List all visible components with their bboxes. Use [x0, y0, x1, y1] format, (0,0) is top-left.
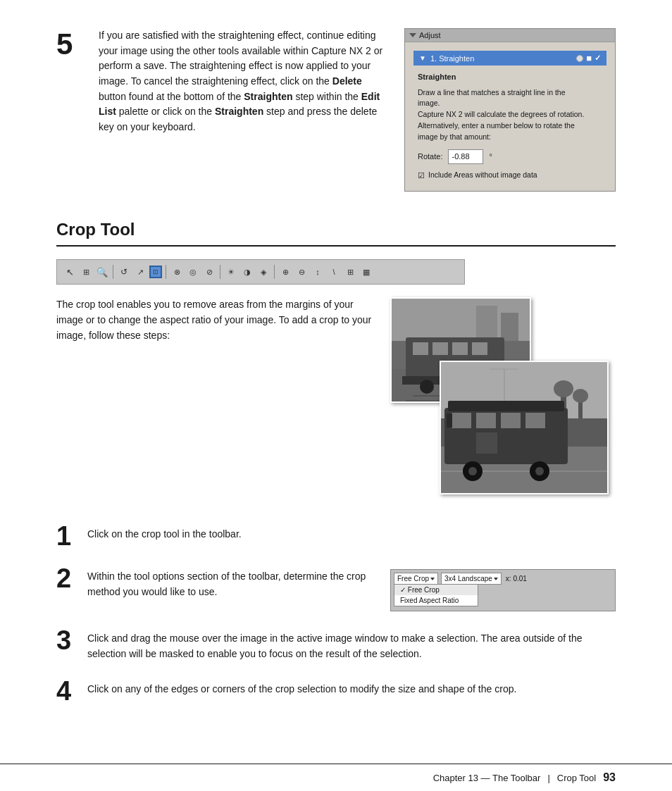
desc-3: Capture NX 2 will calculate the degrees … [418, 110, 584, 118]
include-checkbox-row: ☑ Include Areas without image data [418, 170, 602, 182]
trolley-front-image [440, 361, 609, 494]
toolbar-sep-1 [113, 265, 113, 279]
adjust-panel-header-label: Adjust [419, 31, 441, 39]
step-2-row: 2 Within the tool options section of the… [56, 565, 616, 611]
toolbar-erase-icon: ⊖ [294, 265, 309, 279]
svg-point-29 [468, 467, 477, 475]
footer-chapter-text: Chapter 13 — The Toolbar [433, 773, 541, 783]
page-footer: Chapter 13 — The Toolbar | Crop Tool 93 [0, 764, 672, 791]
straighten-label: 1. Straighten [430, 54, 474, 63]
step-2-number: 2 [56, 565, 73, 592]
svg-rect-7 [452, 342, 468, 355]
straighten-desc: Draw a line that matches a straight line… [418, 87, 602, 143]
toolbar-zoom-icon: 🔍 [95, 265, 109, 279]
trolley-images [390, 297, 616, 502]
triangle-icon [409, 33, 416, 37]
rotate-unit: ° [489, 151, 492, 163]
toolbar-crop-icon[interactable]: ⊡ [149, 266, 162, 278]
step-5-text-3: step within the [293, 91, 361, 102]
rotate-value: -0.88 [452, 152, 469, 161]
step-4-row: 4 Click on any of the edges or corners o… [56, 678, 616, 704]
footer-section-text: Crop Tool [557, 773, 596, 783]
toolbar-brush-icon: ⊕ [278, 265, 292, 279]
toolbar-redeye-icon: ⊗ [170, 265, 184, 279]
trolley-front-svg [441, 362, 609, 494]
tool-options-inner: Free Crop 3x4 Landscape x: 0.01 [391, 570, 615, 590]
svg-rect-27 [476, 432, 497, 454]
step-2-with-image: Within the tool options section of the t… [87, 565, 616, 611]
footer-separator: | [547, 773, 549, 783]
step-2-text: Within the tool options section of the t… [87, 571, 366, 597]
section-title: Crop Tool [56, 220, 616, 239]
svg-rect-1 [476, 306, 497, 341]
svg-rect-34 [447, 413, 452, 428]
step-5-bold-2: Straighten [244, 91, 292, 102]
svg-point-16 [554, 380, 573, 397]
svg-point-10 [420, 380, 434, 394]
rotate-label: Rotate: [418, 151, 442, 163]
step-3-number: 3 [56, 627, 73, 654]
svg-rect-8 [472, 342, 487, 355]
svg-rect-6 [433, 342, 448, 355]
svg-rect-24 [476, 413, 496, 428]
straighten-content: Straighten Draw a line that matches a st… [409, 66, 611, 187]
toolbar-sep-2 [166, 265, 166, 279]
section-divider [56, 245, 616, 247]
menu-fixed-aspect-label: Fixed Aspect Ratio [400, 597, 459, 604]
toolbar-sep-3 [220, 265, 220, 279]
content-area: 5 If you are satisfied with the straight… [0, 0, 672, 762]
step-5-text: If you are satisfied with the straighten… [99, 28, 383, 192]
straighten-bar: ▼ 1. Straighten ■ ✓ [413, 51, 606, 66]
toolbar-fill-icon: ↕ [311, 265, 325, 279]
toolbar-dodge-icon: ◑ [240, 265, 254, 279]
menu-free-crop-label: ✓ Free Crop [400, 586, 440, 594]
step-5-bold-4: Straighten [215, 106, 263, 117]
desc-5: image by that amount: [418, 132, 491, 141]
dropdown-arrow-1 [430, 578, 435, 580]
crop-tool-section: Crop Tool ↖ ⊞ 🔍 ↺ ↗ ⊡ ⊗ ◎ ⊘ ☀ ◑ ◈ [56, 220, 616, 704]
page: 5 If you are satisfied with the straight… [0, 0, 672, 791]
free-crop-dropdown[interactable]: Free Crop [394, 573, 438, 585]
menu-item-free-crop[interactable]: ✓ Free Crop [394, 585, 478, 595]
landscape-label: 3x4 Landscape [444, 575, 492, 583]
step-5-text-4: palette or click on the [116, 106, 215, 117]
menu-item-fixed-aspect[interactable]: Fixed Aspect Ratio [394, 595, 478, 606]
step-1-row: 1 Click on the crop tool in the toolbar. [56, 523, 616, 549]
svg-point-18 [573, 389, 588, 403]
straighten-title: Straighten [418, 71, 602, 83]
tool-options-screenshot: Free Crop 3x4 Landscape x: 0.01 [390, 569, 616, 611]
toolbar-screenshot: ↖ ⊞ 🔍 ↺ ↗ ⊡ ⊗ ◎ ⊘ ☀ ◑ ◈ ⊕ ⊖ ↕ \ ⊞ [56, 259, 465, 285]
step-5-number: 5 [56, 30, 77, 192]
svg-rect-2 [501, 313, 518, 341]
svg-rect-5 [413, 342, 428, 355]
tool-options-menu: ✓ Free Crop Fixed Aspect Ratio [394, 584, 478, 606]
step-2-content: Within the tool options section of the t… [87, 569, 376, 599]
step-5-bold-1: Delete [332, 75, 362, 87]
step-5-block: 5 If you are satisfied with the straight… [56, 28, 616, 192]
free-crop-label: Free Crop [397, 575, 429, 583]
step-5-text-2: button found at the bottom of the [99, 91, 244, 102]
desc-4: Alternatively, enter a number below to r… [418, 121, 575, 130]
svg-rect-23 [452, 413, 471, 428]
svg-point-31 [535, 467, 544, 475]
coords-text: x: 0.01 [506, 575, 527, 583]
straighten-bar-controls: ■ ✓ [576, 53, 601, 63]
svg-rect-25 [501, 413, 521, 428]
include-label: Include Areas without image data [428, 170, 537, 181]
toolbar-select-icon: ↖ [63, 265, 77, 279]
svg-rect-26 [525, 413, 545, 428]
tool-options-row: Free Crop 3x4 Landscape x: 0.01 [394, 573, 612, 585]
step-1-content: Click on the crop tool in the toolbar. [87, 523, 616, 542]
step-3-content: Click and drag the mouse over the image … [87, 627, 616, 661]
toolbar-gradient-icon: ▦ [359, 265, 373, 279]
toolbar-straighten-icon: ↗ [133, 265, 147, 279]
crop-intro-text: The crop tool enables you to remove area… [56, 297, 376, 502]
desc-1: Draw a line that matches a straight line… [418, 88, 566, 96]
toolbar-move-icon: ⊞ [79, 265, 93, 279]
toolbar-paint-icon: ◈ [256, 265, 270, 279]
adjust-panel-screenshot: Adjust ▼ 1. Straighten ■ ✓ [404, 28, 616, 192]
landscape-dropdown[interactable]: 3x4 Landscape [441, 573, 502, 585]
rotate-input[interactable]: -0.88 [448, 149, 483, 164]
svg-rect-22 [448, 401, 564, 411]
crop-body: The crop tool enables you to remove area… [56, 297, 616, 502]
